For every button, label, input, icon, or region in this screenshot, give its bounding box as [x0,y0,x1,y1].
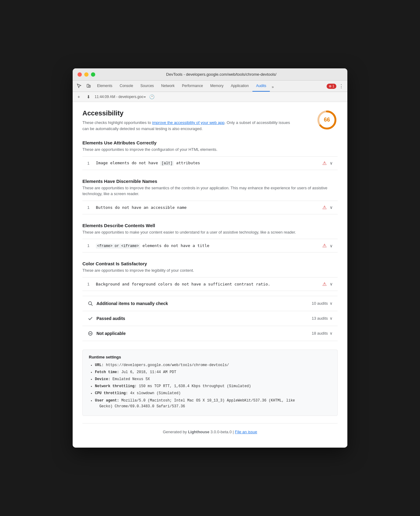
section-title: Accessibility [82,109,309,117]
download-icon[interactable]: ⬇ [85,93,92,100]
audit-item[interactable]: 1 Image elements do not have [alt] attri… [82,156,338,170]
category-contents: Elements Describe Contents Well These ar… [82,223,338,253]
tab-audits[interactable]: Audits [252,81,270,92]
category-contents-title: Elements Describe Contents Well [82,223,338,228]
chevron-down-icon: ∨ [330,301,333,306]
audit-text: Image elements do not have [alt] attribu… [96,161,322,165]
main-content: Accessibility These checks highlight opp… [73,102,347,448]
passed-audits-count-text: 13 audits [312,316,328,321]
more-options-button[interactable]: ⋮ [338,82,345,90]
audit-warning: ⚠ ∨ [322,281,333,287]
chevron-down-icon: ∨ [330,331,333,336]
chevron-down-icon: ∨ [330,161,333,165]
error-icon: ⊗ [329,84,331,88]
category-contents-desc: These are opportunities to make your con… [82,229,338,235]
description-link[interactable]: improve the accessibility of your web ap… [152,120,224,125]
svg-line-6 [91,304,92,306]
tab-memory[interactable]: Memory [207,81,227,92]
category-attributes-desc: These are opportunities to improve the c… [82,147,338,153]
warning-icon: ⚠ [322,281,327,287]
runtime-settings-title: Runtime settings [89,355,331,359]
not-applicable-title: Not applicable [96,331,312,336]
tab-network[interactable]: Network [158,81,178,92]
timestamp-text: 11:44:09 AM - developers.goo [95,95,143,99]
manual-checks-section[interactable]: Additional items to manually check 10 au… [82,296,338,311]
warning-icon: ⚠ [322,160,327,166]
add-icon[interactable]: + [75,93,82,100]
audit-text: Background and foreground colors do not … [96,282,322,286]
chevron-down-icon: ∨ [330,243,333,248]
warning-icon: ⚠ [322,205,327,210]
close-button[interactable] [78,72,82,77]
search-icon [87,300,93,307]
category-contrast: Color Contrast Is Satisfactory These are… [82,261,338,291]
device-icon[interactable] [84,82,93,90]
check-icon [87,315,93,322]
audit-num: 1 [87,161,93,165]
minus-circle-icon [87,330,93,336]
svg-rect-1 [89,85,90,87]
section-title-area: Accessibility These checks highlight opp… [82,109,316,132]
tab-elements[interactable]: Elements [93,81,116,92]
footer-generated-text: Generated by [163,430,188,434]
audit-item[interactable]: 1 Background and foreground colors do no… [82,277,338,291]
audit-text: <frame> or <iframe> elements do not have… [96,243,322,248]
inspect-icon[interactable] [75,82,84,90]
title-bar: DevTools - developers.google.com/web/too… [73,68,347,81]
description-prefix: These checks highlight opportunities to [82,120,152,125]
more-tabs-button[interactable]: » [270,82,276,92]
window-title: DevTools - developers.google.com/web/too… [100,72,342,77]
devtools-tabs: Elements Console Sources Network Perform… [73,81,347,92]
score-circle: 66 [316,109,338,131]
audit-warning: ⚠ ∨ [322,243,333,249]
minimize-button[interactable] [84,72,89,77]
runtime-item-device: Device: Emulated Nexus 5X [95,376,331,382]
audit-warning: ⚠ ∨ [322,160,333,166]
page-footer: Generated by Lighthouse 3.0.0-beta.0 | F… [82,423,338,440]
footer-lighthouse: Lighthouse [188,430,209,434]
audit-num: 1 [87,282,93,286]
timestamp-select[interactable]: 11:44:09 AM - developers.goo ▾ [95,95,146,99]
traffic-lights [78,72,95,77]
audit-item[interactable]: 1 <frame> or <iframe> elements do not ha… [82,239,338,253]
chevron-down-icon: ∨ [330,282,333,286]
footer-version: 3.0.0-beta.0 [209,430,232,434]
audit-num: 1 [87,243,93,248]
runtime-item-useragent: User agent: Mozilla/5.0 (Macintosh; Inte… [95,398,331,409]
category-names: Elements Have Discernible Names These ar… [82,179,338,214]
passed-audits-count: 13 audits ∨ [312,316,333,321]
not-applicable-count-text: 18 audits [312,331,328,336]
dropdown-arrow-icon: ▾ [144,95,146,99]
tab-console[interactable]: Console [116,81,137,92]
error-badge[interactable]: ⊗ 1 [327,84,336,89]
not-applicable-count: 18 audits ∨ [312,331,333,336]
browser-window: DevTools - developers.google.com/web/too… [73,68,347,448]
tab-sources[interactable]: Sources [137,81,158,92]
audit-item[interactable]: 1 Buttons do not have an accessible name… [82,201,338,214]
tab-application[interactable]: Application [227,81,252,92]
chevron-down-icon: ∨ [330,316,333,321]
category-names-title: Elements Have Discernible Names [82,179,338,184]
not-applicable-section[interactable]: Not applicable 18 audits ∨ [82,326,338,341]
maximize-button[interactable] [91,72,95,77]
category-names-desc: These are opportunities to improve the s… [82,185,338,197]
runtime-list: URL: https://developers.google.com/web/t… [89,362,331,409]
chevron-down-icon: ∨ [330,205,333,210]
passed-audits-section[interactable]: Passed audits 13 audits ∨ [82,311,338,326]
tab-list: Elements Console Sources Network Perform… [93,81,326,92]
runtime-settings: Runtime settings URL: https://developers… [82,350,338,416]
audit-text: Buttons do not have an accessible name [96,205,322,210]
svg-rect-0 [87,84,89,87]
passed-audits-title: Passed audits [96,316,312,321]
category-contrast-title: Color Contrast Is Satisfactory [82,261,338,266]
clock-icon[interactable]: 🕐 [148,93,155,100]
category-attributes-title: Elements Use Attributes Correctly [82,140,338,145]
runtime-item-fetchtime: Fetch time: Jul 6, 2018, 11:44 AM PDT [95,369,331,375]
tab-performance[interactable]: Performance [178,81,207,92]
file-issue-link[interactable]: File an issue [235,430,257,434]
accessibility-header: Accessibility These checks highlight opp… [82,109,338,132]
category-contrast-desc: These are opportunities to improve the l… [82,267,338,274]
toolbar: + ⬇ 11:44:09 AM - developers.goo ▾ 🕐 [73,92,347,102]
svg-point-5 [89,302,92,305]
category-attributes: Elements Use Attributes Correctly These … [82,140,338,170]
